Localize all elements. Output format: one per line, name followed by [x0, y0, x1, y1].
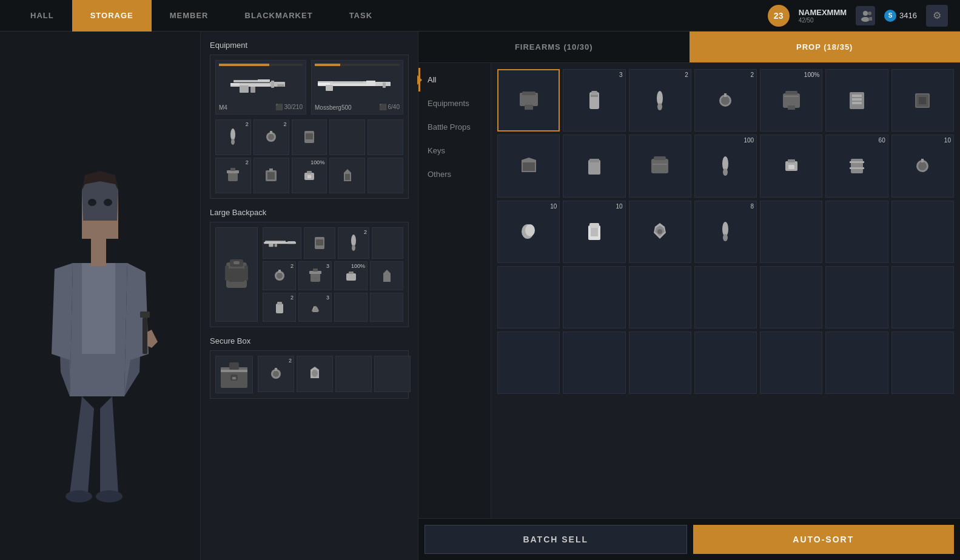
nav-tab-member[interactable]: MEMBER: [152, 0, 227, 32]
filter-others[interactable]: Others: [418, 162, 491, 186]
sb-item-2[interactable]: [297, 356, 333, 392]
filter-equipments[interactable]: Equipments: [418, 92, 491, 115]
inv-cell-4-1[interactable]: [497, 266, 560, 328]
inv-grid-area: 3 2 2 100%: [491, 63, 960, 518]
inv-cell-3-2[interactable]: 10: [563, 201, 625, 263]
inv-cell-5-5[interactable]: [760, 332, 822, 394]
equip-item-5[interactable]: [368, 119, 403, 155]
weapon-slot-m4[interactable]: M4 ⬛ 30/210: [215, 60, 306, 115]
inv-cell-1-7[interactable]: [891, 69, 954, 132]
equipment-items-grid: 2 2 2: [215, 119, 403, 193]
inv-cell-2-2[interactable]: [563, 135, 625, 197]
batch-sell-button[interactable]: BATCH SELL: [425, 525, 687, 554]
auto-sort-button[interactable]: AUTO-SORT: [693, 525, 955, 554]
svg-point-137: [525, 224, 535, 236]
inv-cell-2-4[interactable]: 100: [694, 135, 757, 197]
inv-content: All Equipments Battle Props Keys Others: [418, 63, 960, 518]
svg-point-74: [277, 273, 283, 279]
inv-cell-2-3[interactable]: [629, 135, 691, 197]
svg-rect-82: [276, 304, 283, 313]
inv-cell-3-4[interactable]: 8: [694, 201, 757, 263]
inv-cell-5-3[interactable]: [629, 332, 691, 394]
bp-item-7[interactable]: [370, 261, 403, 290]
inv-cell-4-3[interactable]: [629, 266, 691, 328]
bp-item-6[interactable]: 100%: [334, 261, 368, 290]
equip-item-1[interactable]: 2: [215, 119, 251, 155]
inv-cell-4-5[interactable]: [760, 266, 822, 328]
inv-cell-3-3[interactable]: [629, 201, 691, 263]
inv-cell-5-2[interactable]: [563, 332, 625, 394]
svg-rect-97: [522, 92, 535, 95]
bp-item-11[interactable]: [370, 293, 403, 322]
svg-rect-124: [653, 164, 667, 165]
inv-cell-1-3[interactable]: 2: [629, 69, 691, 132]
svg-marker-5: [100, 396, 118, 493]
inv-cell-1-2[interactable]: 3: [563, 69, 625, 132]
inv-cell-2-1[interactable]: [497, 135, 560, 197]
equip-item-9[interactable]: [329, 158, 365, 193]
svg-rect-60: [229, 268, 244, 282]
sb-item-3[interactable]: [335, 356, 372, 392]
svg-point-145: [657, 229, 662, 234]
inv-cell-4-2[interactable]: [563, 266, 625, 328]
inv-cell-5-4[interactable]: [694, 332, 757, 394]
inv-cell-1-1[interactable]: [497, 69, 560, 132]
filter-all[interactable]: All: [418, 68, 491, 92]
inv-cell-3-5[interactable]: [760, 201, 822, 263]
inv-cell-4-7[interactable]: [891, 266, 954, 328]
backpack-icon-cell[interactable]: [215, 227, 258, 322]
bp-item-8[interactable]: 2: [263, 293, 296, 322]
bp-item-5[interactable]: 3: [298, 261, 332, 290]
inv-cell-3-1[interactable]: 10: [497, 201, 560, 263]
equip-item-6[interactable]: 2: [215, 158, 251, 193]
inv-cell-5-1[interactable]: [497, 332, 560, 394]
inv-cell-5-7[interactable]: [891, 332, 954, 394]
member-icon[interactable]: [856, 6, 875, 25]
sb-item-4[interactable]: [374, 356, 411, 392]
equip-item-2[interactable]: 2: [253, 119, 289, 155]
bp-item-1[interactable]: [304, 227, 335, 259]
nav-tab-blackmarket[interactable]: BLACKMARKET: [227, 0, 331, 32]
svg-point-1: [861, 17, 870, 22]
inv-cell-1-6[interactable]: [825, 69, 888, 132]
nav-tab-task[interactable]: TASK: [331, 0, 391, 32]
bp-weapon[interactable]: [263, 227, 301, 259]
nav-tab-storage[interactable]: STORAGE: [72, 0, 152, 32]
filter-battle-props[interactable]: Battle Props: [418, 115, 491, 139]
bp-item-4[interactable]: 2: [263, 261, 296, 290]
svg-point-2: [868, 12, 871, 15]
bp-item-3[interactable]: [372, 227, 403, 259]
nav-tab-hall[interactable]: HALL: [12, 0, 72, 32]
weapon-name-mossberg: Mossberg500: [315, 104, 352, 111]
equip-item-4[interactable]: [329, 119, 365, 155]
svg-point-147: [723, 234, 728, 241]
inv-cell-2-7[interactable]: 10: [891, 135, 954, 197]
inv-cell-5-6[interactable]: [825, 332, 888, 394]
inv-cell-4-4[interactable]: [694, 266, 757, 328]
svg-point-134: [918, 162, 927, 170]
sb-item-1[interactable]: 2: [258, 356, 294, 392]
inv-cell-1-4[interactable]: 2: [694, 69, 757, 132]
inv-cell-4-6[interactable]: [825, 266, 888, 328]
svg-rect-62: [225, 265, 229, 281]
inv-cell-3-6[interactable]: [825, 201, 888, 263]
bp-item-2[interactable]: 2: [338, 227, 369, 259]
weapon-slot-mossberg[interactable]: Mossberg500 ⬛ 6/40: [311, 60, 403, 115]
inv-cell-2-6[interactable]: 60: [825, 135, 888, 197]
filter-keys[interactable]: Keys: [418, 139, 491, 162]
svg-rect-22: [140, 312, 150, 318]
inv-cell-3-7[interactable]: [891, 201, 954, 263]
equip-item-10[interactable]: [368, 158, 403, 193]
inv-tab-firearms[interactable]: FIREARMS (10/30): [418, 32, 690, 62]
inv-cell-2-5[interactable]: [760, 135, 822, 197]
backpack-section: Large Backpack: [210, 208, 409, 327]
bp-item-10[interactable]: [334, 293, 368, 322]
svg-rect-122: [651, 159, 668, 173]
inv-tab-prop[interactable]: PROP (18/35): [690, 32, 961, 62]
inv-cell-1-5[interactable]: 100%: [760, 69, 822, 132]
equip-item-7[interactable]: [253, 158, 289, 193]
equip-item-8[interactable]: 100%: [292, 158, 327, 193]
settings-button[interactable]: ⚙: [926, 5, 948, 27]
equip-item-3[interactable]: [292, 119, 327, 155]
bp-item-9[interactable]: 3: [298, 293, 332, 322]
